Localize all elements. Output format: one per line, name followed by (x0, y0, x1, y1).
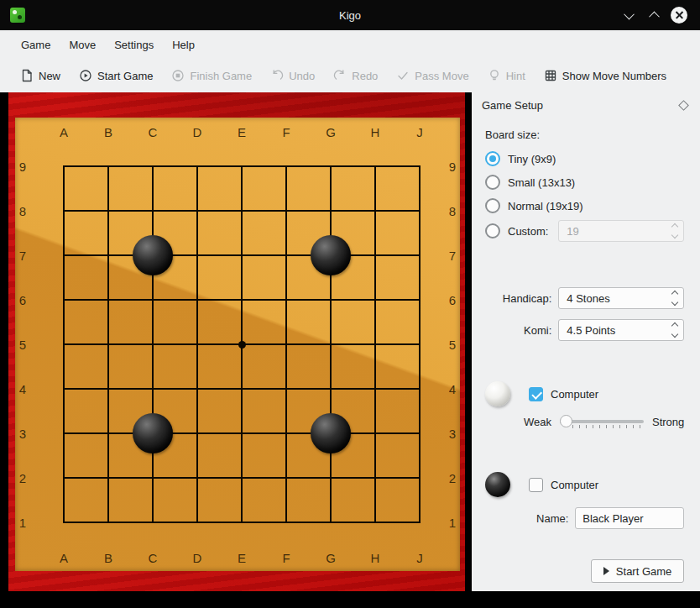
maximize-button[interactable] (645, 6, 663, 24)
window-title: Kigo (0, 9, 700, 22)
toolbar-start-game-button[interactable]: Start Game (72, 65, 159, 86)
menubar: Game Move Settings Help (0, 30, 700, 59)
white-computer-checkbox[interactable]: Computer (529, 387, 598, 401)
chevron-up-icon (649, 11, 660, 22)
row-label: 6 (19, 293, 26, 307)
chevron-down-icon (624, 8, 635, 19)
lightbulb-icon (488, 69, 501, 82)
go-board[interactable]: AABBCCDDEEFFGGHHJJ998877665544332211 (15, 118, 460, 571)
menu-game[interactable]: Game (12, 34, 60, 55)
radio-icon (485, 223, 500, 238)
close-button[interactable] (670, 6, 688, 24)
name-label: Name: (536, 512, 568, 525)
row-label: 8 (449, 204, 456, 218)
row-label: 9 (19, 160, 26, 174)
column-label: F (282, 125, 290, 139)
handicap-label: Handicap: (503, 292, 552, 305)
radio-small-13x13[interactable]: Small (13x13) (485, 173, 684, 191)
toolbar: New Start Game Finish Game Undo Redo Pas… (0, 59, 700, 92)
checkbox-checked-icon (529, 387, 543, 401)
radio-custom-size[interactable]: Custom: 19 (485, 220, 684, 242)
slider-ticks (572, 425, 642, 428)
stone-black (133, 235, 173, 275)
undo-arrow-icon (270, 69, 284, 82)
column-label: F (282, 551, 290, 565)
white-stone-icon (485, 381, 510, 406)
column-label: D (193, 551, 202, 565)
spinbox-arrows-icon (672, 291, 677, 305)
play-circle-icon (79, 69, 92, 82)
row-label: 2 (449, 471, 456, 485)
column-label: E (238, 125, 246, 139)
row-label: 6 (449, 293, 456, 307)
row-label: 1 (449, 516, 456, 530)
custom-size-spinbox[interactable]: 19 (558, 220, 684, 242)
column-label: G (326, 125, 336, 139)
menu-settings[interactable]: Settings (105, 34, 163, 55)
row-label: 2 (19, 471, 26, 485)
toolbar-show-move-numbers-button[interactable]: Show Move Numbers (537, 65, 673, 86)
spinbox-arrows-icon (672, 323, 677, 337)
black-player-row: Computer (485, 470, 684, 499)
column-label: J (416, 125, 423, 139)
dock-float-icon[interactable] (678, 100, 689, 111)
row-label: 7 (449, 249, 456, 263)
board-size-label: Board size: (485, 128, 684, 141)
radio-normal-19x19[interactable]: Normal (19x19) (485, 197, 684, 215)
radio-icon (485, 198, 500, 213)
komi-select[interactable]: 4.5 Points (558, 319, 684, 341)
strong-label: Strong (652, 416, 684, 428)
slider-handle[interactable] (560, 415, 572, 427)
white-player-row: Computer (485, 380, 684, 408)
start-game-button[interactable]: Start Game (591, 559, 684, 583)
column-label: A (60, 125, 68, 139)
column-label: B (104, 125, 112, 139)
black-computer-checkbox[interactable]: Computer (529, 478, 598, 492)
board-grid-icon (544, 69, 557, 82)
weak-label: Weak (524, 416, 551, 428)
handicap-select[interactable]: 4 Stones (558, 287, 684, 309)
toolbar-pass-move-button[interactable]: Pass Move (389, 65, 475, 86)
white-strength-row: Weak Strong (524, 413, 684, 430)
toolbar-finish-game-button[interactable]: Finish Game (165, 65, 259, 86)
toolbar-undo-button[interactable]: Undo (264, 65, 321, 86)
column-label: B (104, 551, 112, 565)
panel-title: Game Setup (482, 99, 543, 112)
row-label: 9 (449, 160, 456, 174)
board-background: AABBCCDDEEFFGGHHJJ998877665544332211 (8, 92, 465, 591)
checkbox-unchecked-icon (529, 478, 543, 492)
panel-header: Game Setup (472, 92, 700, 118)
toolbar-new-button[interactable]: New (13, 65, 67, 86)
menu-move[interactable]: Move (60, 34, 105, 55)
kigo-window: Kigo Game Move Settings Help New Start G… (0, 0, 700, 608)
radio-tiny-9x9[interactable]: Tiny (9x9) (485, 149, 684, 168)
toolbar-redo-button[interactable]: Redo (326, 65, 384, 86)
stone-black (311, 235, 351, 275)
row-label: 4 (19, 382, 26, 396)
column-label: J (416, 551, 423, 565)
minimize-button[interactable] (619, 6, 638, 24)
black-player-name-input[interactable] (575, 507, 684, 529)
row-label: 5 (19, 338, 26, 352)
titlebar: Kigo (0, 0, 700, 30)
star-point (238, 341, 246, 349)
toolbar-hint-button[interactable]: Hint (481, 65, 532, 86)
row-label: 7 (19, 249, 26, 263)
column-label: E (238, 551, 246, 565)
column-label: G (326, 551, 336, 565)
column-label: A (60, 551, 68, 565)
radio-icon (485, 175, 500, 190)
menu-help[interactable]: Help (163, 34, 204, 55)
play-icon (603, 567, 609, 575)
column-label: H (371, 125, 380, 139)
column-label: D (193, 125, 202, 139)
redo-arrow-icon (333, 69, 347, 82)
close-icon (671, 7, 687, 24)
game-setup-panel: Game Setup Board size: Tiny (9x9) Small … (472, 92, 700, 591)
main-area: AABBCCDDEEFFGGHHJJ998877665544332211 Gam… (0, 92, 700, 608)
column-label: H (371, 551, 380, 565)
column-label: C (149, 551, 158, 565)
strength-slider[interactable] (560, 414, 644, 429)
stone-black (311, 413, 351, 453)
slider-track (560, 420, 644, 423)
